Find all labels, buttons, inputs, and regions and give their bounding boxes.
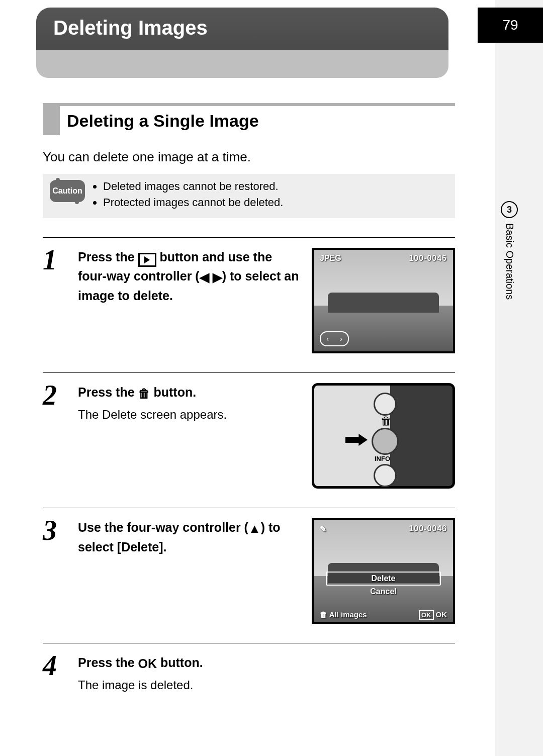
- chapter-label: Basic Operations: [504, 223, 515, 300]
- title-shadow: [36, 50, 448, 78]
- lcd-format-label: JPEG: [320, 254, 341, 263]
- delete-mode-icon: ✎: [320, 524, 326, 534]
- delete-menu: Delete Cancel: [326, 572, 441, 598]
- chapter-number: 3: [501, 201, 518, 218]
- left-right-controller-icon: ◀ ▶: [200, 268, 222, 287]
- chapter-side-tab: 3 Basic Operations: [501, 201, 518, 300]
- caution-list: Deleted images cannot be restored. Prote…: [94, 180, 283, 212]
- camera-button: [374, 464, 397, 487]
- caution-icon: Caution: [50, 180, 85, 202]
- lcd-nav-indicator: ‹›: [320, 331, 349, 346]
- footer-ok: OKOK: [419, 610, 447, 619]
- lcd-screenshot-1: JPEG 100-0046 ‹›: [312, 248, 455, 353]
- step-number: 3: [43, 516, 68, 624]
- subheading: Deleting a Single Image: [60, 106, 259, 135]
- lcd-file-number: 100-0046: [409, 524, 447, 533]
- step-4: 4 Press the OK button. The image is dele…: [43, 643, 455, 692]
- menu-item-cancel: Cancel: [326, 586, 441, 598]
- ok-icon: OK: [138, 654, 157, 674]
- arrow-icon: [345, 434, 368, 446]
- camera-back-diagram: 🗑 INFO: [312, 383, 455, 489]
- step-2-instruction: Press the 🗑 button.: [78, 383, 302, 403]
- trash-icon: 🗑: [381, 415, 392, 428]
- step-1-instruction: Press the button and use the four-way co…: [78, 248, 302, 306]
- caution-item: Deleted images cannot be restored.: [103, 180, 283, 193]
- trash-icon: 🗑: [138, 385, 150, 403]
- caution-box: Caution Deleted images cannot be restore…: [43, 174, 455, 218]
- step-4-instruction: Press the OK button.: [78, 653, 455, 673]
- subheading-bar: Deleting a Single Image: [43, 103, 455, 135]
- playback-icon: [138, 253, 156, 267]
- subheading-accent: [43, 106, 60, 135]
- right-gutter: [495, 0, 543, 756]
- page-title-tab: Deleting Images: [36, 8, 448, 50]
- lcd-screenshot-3: ✎ 100-0046 Delete Cancel 🗑 All images OK…: [312, 518, 455, 624]
- step-2-sub: The Delete screen appears.: [78, 408, 302, 422]
- camera-button: [374, 393, 397, 416]
- step-4-sub: The image is deleted.: [78, 678, 455, 692]
- intro-text: You can delete one image at a time.: [43, 149, 455, 165]
- step-3: 3 Use the four-way controller (▲) to sel…: [43, 508, 455, 624]
- caution-item: Protected images cannot be deleted.: [103, 196, 283, 209]
- step-number: 1: [43, 246, 68, 353]
- lcd-file-number: 100-0046: [409, 254, 447, 263]
- info-label: INFO: [375, 455, 390, 462]
- step-3-instruction: Use the four-way controller (▲) to selec…: [78, 518, 302, 557]
- page-number: 79: [478, 8, 543, 43]
- step-1: 1 Press the button and use the four-way …: [43, 237, 455, 353]
- manual-page: 79 Deleting Images 3 Basic Operations De…: [0, 0, 543, 756]
- content-area: Deleting a Single Image You can delete o…: [43, 90, 455, 692]
- camera-delete-button: [372, 428, 399, 455]
- step-2: 2 Press the 🗑 button. The Delete screen …: [43, 372, 455, 489]
- up-controller-icon: ▲: [248, 519, 261, 538]
- page-title: Deleting Images: [53, 17, 208, 39]
- step-number: 4: [43, 651, 68, 692]
- menu-item-delete: Delete: [326, 572, 441, 586]
- footer-all-images: 🗑 All images: [320, 610, 367, 619]
- step-number: 2: [43, 381, 68, 489]
